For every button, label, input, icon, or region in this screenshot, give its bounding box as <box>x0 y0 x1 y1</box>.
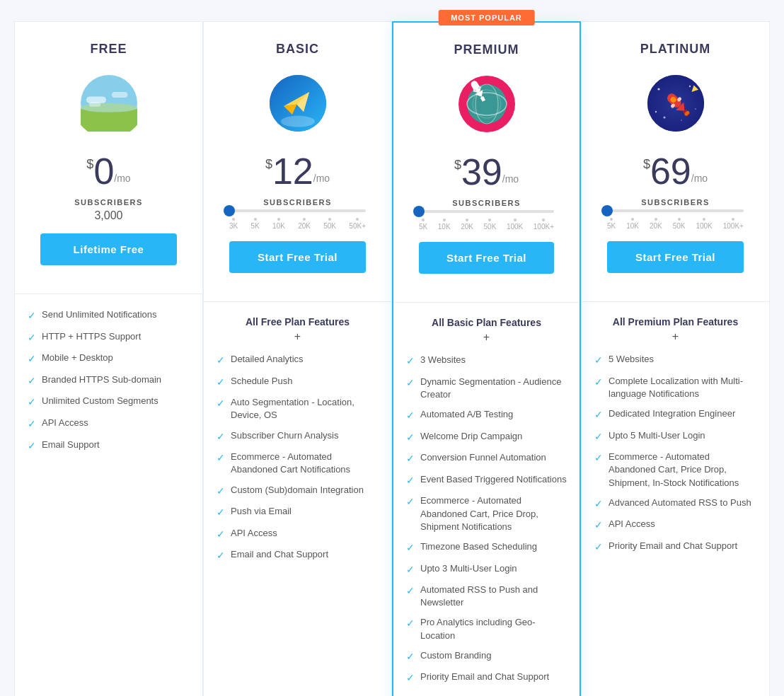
check-icon: ✓ <box>594 451 603 465</box>
plan-name: BASIC <box>218 42 377 57</box>
cta-button[interactable]: Start Free Trial <box>607 241 744 273</box>
tick-label: 5K <box>419 223 427 231</box>
feature-text: Branded HTTPS Sub-domain <box>42 373 161 386</box>
tick-dot <box>542 219 545 221</box>
tick-label: 20K <box>461 223 473 231</box>
slider-track[interactable] <box>419 210 554 213</box>
slider-section: 5K10K20K50K100K100K+ <box>596 209 755 230</box>
subscribers-label: SUBSCRIBERS <box>408 199 565 207</box>
slider-thumb[interactable] <box>224 205 235 216</box>
plan-features: All Free Plan Features+ ✓ Detailed Analy… <box>204 302 391 584</box>
svg-rect-6 <box>89 102 100 106</box>
tick-label: 10K <box>438 223 451 231</box>
feature-text: 3 Websites <box>420 354 466 366</box>
check-icon: ✓ <box>406 671 415 685</box>
slider-track[interactable] <box>229 209 366 212</box>
check-icon: ✓ <box>594 430 603 444</box>
cta-button[interactable]: Lifetime Free <box>40 233 177 265</box>
slider-tick: 5K <box>251 218 260 230</box>
check-icon: ✓ <box>594 518 603 533</box>
svg-rect-5 <box>112 92 127 98</box>
feature-item: ✓ API Access <box>28 417 190 431</box>
price-period: /mo <box>313 173 330 184</box>
feature-item: ✓ Priority Email and Chat Support <box>406 671 567 685</box>
check-icon: ✓ <box>217 485 225 499</box>
feature-item: ✓ Advanced Automated RSS to Push <box>594 497 756 511</box>
slider-ticks: 5K10K20K50K100K100K+ <box>607 218 744 230</box>
feature-item: ✓ Pro Analytics including Geo-Location <box>406 616 567 642</box>
feature-text: API Access <box>42 417 88 429</box>
tick-dot <box>678 218 681 221</box>
svg-point-24 <box>657 88 659 90</box>
slider-thumb[interactable] <box>601 205 613 216</box>
svg-point-3 <box>81 103 137 112</box>
feature-text: Upto 3 Multi-User Login <box>420 562 517 575</box>
features-plus: + <box>406 331 567 344</box>
feature-item: ✓ Push via Email <box>217 505 379 520</box>
tick-dot <box>610 218 613 221</box>
plan-header: BASIC $ 12 /mo SUBSCRIBERS <box>204 22 391 301</box>
feature-text: Automated RSS to Push and Newsletter <box>420 584 567 609</box>
plan-card-platinum: PLATINUM <box>581 21 770 696</box>
plan-icon <box>451 69 522 139</box>
feature-text: Ecommerce - Automated Abandoned Cart, Pr… <box>420 494 567 533</box>
feature-text: Dedicated Integration Engineer <box>609 407 735 420</box>
check-icon: ✓ <box>594 408 603 422</box>
slider-section: 3K5K10K20K50K50K+ <box>218 209 377 230</box>
feature-text: Automated A/B Testing <box>420 408 513 421</box>
check-icon: ✓ <box>406 584 415 598</box>
feature-text: Upto 5 Multi-User Login <box>609 429 705 442</box>
feature-text: Schedule Push <box>231 375 292 388</box>
subscribers-label: SUBSCRIBERS <box>596 198 755 207</box>
feature-text: Dynamic Segmentation - Audience Creator <box>420 376 567 401</box>
plan-price: $ 12 /mo <box>218 153 377 190</box>
feature-item: ✓ Email and Chat Support <box>217 548 379 563</box>
feature-text: Custom Branding <box>420 649 491 662</box>
features-plus: + <box>594 330 756 343</box>
svg-point-28 <box>681 120 682 121</box>
feature-text: Welcome Drip Campaign <box>420 430 522 443</box>
feature-item: ✓ Welcome Drip Campaign <box>406 430 567 445</box>
tick-dot <box>356 218 359 221</box>
feature-item: ✓ Detailed Analytics <box>217 353 379 368</box>
slider-thumb[interactable] <box>413 206 425 217</box>
slider-track[interactable] <box>607 209 744 212</box>
check-icon: ✓ <box>217 506 225 520</box>
feature-text: Timezone Based Scheduling <box>420 540 537 553</box>
tick-dot <box>655 218 657 221</box>
slider-tick: 100K+ <box>534 219 554 231</box>
slider-tick: 10K <box>272 218 285 230</box>
check-icon: ✓ <box>217 528 225 542</box>
cta-button[interactable]: Start Free Trial <box>419 242 554 274</box>
check-icon: ✓ <box>406 650 415 664</box>
feature-item: ✓ Send Unlimited Notifications <box>28 308 190 323</box>
feature-text: Subscriber Churn Analysis <box>231 429 338 442</box>
plan-header: PLATINUM <box>582 22 769 301</box>
feature-item: ✓ Dedicated Integration Engineer <box>594 407 756 422</box>
feature-text: Pro Analytics including Geo-Location <box>420 616 567 642</box>
feature-item: ✓ Priority Email and Chat Support <box>594 540 756 555</box>
check-icon: ✓ <box>406 495 415 509</box>
plan-header: FREE $ 0 /mo SUBSCRIBERS 3,000 Lifetime … <box>15 22 202 294</box>
cta-button[interactable]: Start Free Trial <box>229 241 366 273</box>
tick-dot <box>732 218 734 221</box>
check-icon: ✓ <box>217 354 225 368</box>
feature-item: ✓ Automated RSS to Push and Newsletter <box>406 584 567 609</box>
feature-text: API Access <box>609 518 655 530</box>
tick-label: 20K <box>298 222 311 230</box>
slider-tick: 5K <box>607 218 616 230</box>
tick-dot <box>254 218 257 221</box>
check-icon: ✓ <box>28 439 36 453</box>
feature-item: ✓ 3 Websites <box>406 354 567 369</box>
feature-item: ✓ HTTP + HTTPS Support <box>28 330 190 345</box>
check-icon: ✓ <box>217 451 225 465</box>
check-icon: ✓ <box>28 374 36 388</box>
feature-item: ✓ Upto 3 Multi-User Login <box>406 562 567 577</box>
slider-tick: 20K <box>298 218 311 230</box>
price-dollar: $ <box>86 157 93 172</box>
feature-text: Custom (Sub)domain Integration <box>231 484 364 497</box>
tick-dot <box>232 218 235 221</box>
plan-name: PREMIUM <box>408 42 565 57</box>
check-icon: ✓ <box>406 452 415 466</box>
feature-item: ✓ Ecommerce - Automated Abandoned Cart N… <box>217 451 379 476</box>
